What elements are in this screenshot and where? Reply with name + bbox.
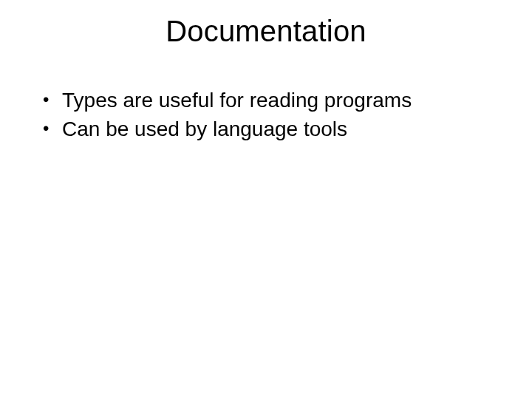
slide: Documentation Types are useful for readi… (0, 0, 532, 399)
bullet-list: Types are useful for reading programs Ca… (41, 87, 502, 142)
list-item: Types are useful for reading programs (41, 87, 502, 113)
slide-body: Types are useful for reading programs Ca… (41, 87, 502, 145)
list-item: Can be used by language tools (41, 116, 502, 142)
slide-title: Documentation (0, 15, 532, 48)
